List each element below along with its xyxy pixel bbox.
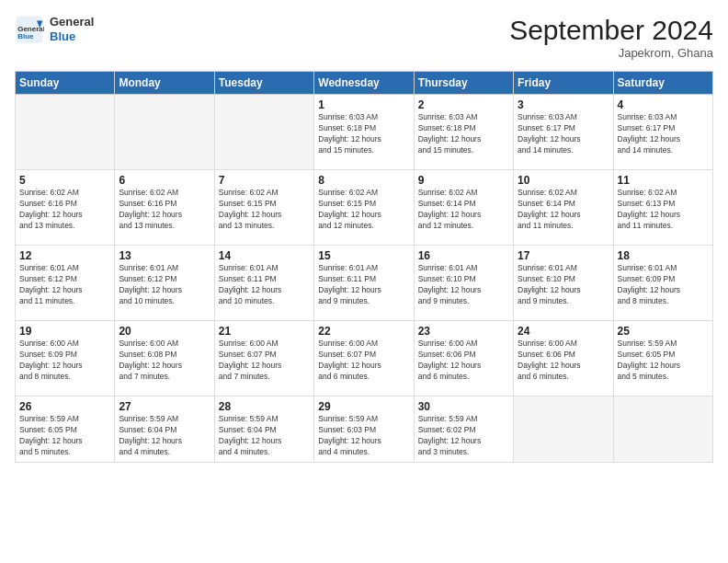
day-info-line: Sunset: 6:14 PM bbox=[418, 199, 476, 208]
table-row: 25Sunrise: 5:59 AMSunset: 6:05 PMDayligh… bbox=[613, 321, 712, 396]
day-info-line: Sunset: 6:05 PM bbox=[19, 425, 77, 434]
day-info-line: Sunrise: 6:00 AM bbox=[318, 339, 378, 348]
day-number: 6 bbox=[119, 174, 210, 187]
day-info: Sunrise: 6:02 AMSunset: 6:16 PMDaylight:… bbox=[119, 188, 210, 232]
day-info: Sunrise: 5:59 AMSunset: 6:05 PMDaylight:… bbox=[19, 414, 110, 458]
table-row bbox=[115, 95, 214, 170]
table-row: 13Sunrise: 6:01 AMSunset: 6:12 PMDayligh… bbox=[115, 246, 214, 321]
day-number: 8 bbox=[318, 174, 409, 187]
svg-text:Blue: Blue bbox=[17, 32, 34, 40]
day-info-line: Sunset: 6:14 PM bbox=[518, 199, 575, 208]
day-number: 4 bbox=[618, 98, 709, 111]
table-row bbox=[16, 95, 115, 170]
day-info-line: Daylight: 12 hours bbox=[19, 436, 83, 445]
day-info-line: and 14 minutes. bbox=[618, 145, 673, 155]
day-info-line: and 7 minutes. bbox=[219, 372, 270, 381]
header-monday: Monday bbox=[115, 72, 214, 95]
day-info-line: Sunrise: 6:03 AM bbox=[518, 112, 577, 121]
day-info-line: Daylight: 12 hours bbox=[19, 285, 83, 294]
day-info-line: and 4 minutes. bbox=[318, 447, 370, 456]
day-info-line: Sunset: 6:16 PM bbox=[19, 199, 77, 208]
day-info-line: Sunrise: 6:01 AM bbox=[19, 263, 79, 272]
day-info-line: Daylight: 12 hours bbox=[618, 361, 681, 370]
day-info-line: and 9 minutes. bbox=[418, 296, 470, 305]
table-row: 11Sunrise: 6:02 AMSunset: 6:13 PMDayligh… bbox=[613, 170, 712, 246]
day-number: 28 bbox=[219, 400, 310, 413]
day-info-line: Sunset: 6:07 PM bbox=[219, 350, 277, 359]
table-row: 1Sunrise: 6:03 AMSunset: 6:18 PMDaylight… bbox=[314, 95, 414, 170]
day-info-line: and 6 minutes. bbox=[318, 372, 370, 381]
weekday-header-row: Sunday Monday Tuesday Wednesday Thursday… bbox=[16, 72, 713, 95]
day-info-line: and 13 minutes. bbox=[19, 221, 74, 230]
day-info-line: Sunset: 6:12 PM bbox=[19, 274, 77, 283]
logo: General Blue General Blue bbox=[15, 15, 94, 44]
day-number: 18 bbox=[618, 249, 709, 262]
day-number: 2 bbox=[418, 98, 509, 111]
logo-blue: Blue bbox=[50, 29, 94, 44]
day-info-line: Sunrise: 5:59 AM bbox=[618, 339, 677, 348]
day-info-line: Sunrise: 6:00 AM bbox=[418, 339, 478, 348]
day-info: Sunrise: 6:03 AMSunset: 6:18 PMDaylight:… bbox=[418, 112, 509, 156]
day-info-line: and 13 minutes. bbox=[219, 221, 274, 230]
day-info: Sunrise: 6:01 AMSunset: 6:12 PMDaylight:… bbox=[119, 263, 210, 307]
day-info-line: and 14 minutes. bbox=[518, 145, 573, 155]
day-info-line: Sunrise: 6:03 AM bbox=[418, 112, 478, 121]
day-info: Sunrise: 6:03 AMSunset: 6:17 PMDaylight:… bbox=[618, 112, 709, 156]
day-info: Sunrise: 6:02 AMSunset: 6:14 PMDaylight:… bbox=[418, 188, 509, 232]
day-info-line: and 6 minutes. bbox=[518, 372, 569, 381]
day-info-line: Daylight: 12 hours bbox=[219, 210, 282, 219]
day-info-line: and 4 minutes. bbox=[119, 447, 170, 456]
day-info-line: Daylight: 12 hours bbox=[219, 436, 282, 445]
day-info-line: Sunset: 6:07 PM bbox=[318, 350, 376, 359]
day-info-line: and 12 minutes. bbox=[418, 221, 473, 230]
header-sunday: Sunday bbox=[16, 72, 115, 95]
day-info-line: Daylight: 12 hours bbox=[318, 285, 381, 294]
header-tuesday: Tuesday bbox=[214, 72, 313, 95]
table-row: 9Sunrise: 6:02 AMSunset: 6:14 PMDaylight… bbox=[414, 170, 513, 246]
day-info-line: Sunrise: 6:01 AM bbox=[618, 263, 677, 272]
day-number: 26 bbox=[19, 400, 110, 413]
table-row: 30Sunrise: 5:59 AMSunset: 6:02 PMDayligh… bbox=[414, 396, 513, 463]
table-row: 5Sunrise: 6:02 AMSunset: 6:16 PMDaylight… bbox=[16, 170, 115, 246]
day-number: 3 bbox=[518, 98, 609, 111]
day-info-line: Daylight: 12 hours bbox=[418, 285, 482, 294]
day-number: 27 bbox=[119, 400, 210, 413]
table-row: 2Sunrise: 6:03 AMSunset: 6:18 PMDaylight… bbox=[414, 95, 513, 170]
day-info-line: and 11 minutes. bbox=[518, 221, 573, 230]
day-info-line: Daylight: 12 hours bbox=[119, 285, 182, 294]
calendar-row: 19Sunrise: 6:00 AMSunset: 6:09 PMDayligh… bbox=[16, 321, 713, 396]
day-info-line: and 12 minutes. bbox=[318, 221, 373, 230]
day-info-line: Sunrise: 6:02 AM bbox=[418, 188, 478, 197]
day-info-line: Daylight: 12 hours bbox=[418, 210, 482, 219]
table-row bbox=[613, 396, 712, 463]
day-info: Sunrise: 6:02 AMSunset: 6:13 PMDaylight:… bbox=[618, 188, 709, 232]
day-info-line: Sunset: 6:17 PM bbox=[618, 123, 676, 132]
day-info: Sunrise: 6:02 AMSunset: 6:15 PMDaylight:… bbox=[318, 188, 409, 232]
calendar-row: 5Sunrise: 6:02 AMSunset: 6:16 PMDaylight… bbox=[16, 170, 713, 246]
day-info-line: Sunset: 6:15 PM bbox=[318, 199, 376, 208]
day-info: Sunrise: 6:02 AMSunset: 6:14 PMDaylight:… bbox=[518, 188, 609, 232]
day-info-line: Sunrise: 6:00 AM bbox=[518, 339, 577, 348]
day-info: Sunrise: 6:00 AMSunset: 6:06 PMDaylight:… bbox=[418, 339, 509, 383]
table-row: 8Sunrise: 6:02 AMSunset: 6:15 PMDaylight… bbox=[314, 170, 414, 246]
day-info-line: Daylight: 12 hours bbox=[618, 210, 681, 219]
day-info-line: Daylight: 12 hours bbox=[318, 436, 381, 445]
day-info: Sunrise: 5:59 AMSunset: 6:02 PMDaylight:… bbox=[418, 414, 509, 458]
day-number: 11 bbox=[618, 174, 709, 187]
table-row: 27Sunrise: 5:59 AMSunset: 6:04 PMDayligh… bbox=[115, 396, 214, 463]
day-info-line: Sunset: 6:11 PM bbox=[219, 274, 277, 283]
day-info-line: Daylight: 12 hours bbox=[518, 210, 581, 219]
table-row: 20Sunrise: 6:00 AMSunset: 6:08 PMDayligh… bbox=[115, 321, 214, 396]
day-number: 25 bbox=[618, 325, 709, 338]
day-info-line: Sunset: 6:09 PM bbox=[19, 350, 77, 359]
location: Japekrom, Ghana bbox=[509, 46, 713, 60]
day-number: 9 bbox=[418, 174, 509, 187]
day-info-line: Daylight: 12 hours bbox=[418, 361, 482, 370]
day-info-line: Sunrise: 5:59 AM bbox=[19, 414, 79, 423]
table-row bbox=[514, 396, 613, 463]
day-info: Sunrise: 6:03 AMSunset: 6:18 PMDaylight:… bbox=[318, 112, 409, 156]
day-number: 10 bbox=[518, 174, 609, 187]
day-info-line: Sunset: 6:06 PM bbox=[518, 350, 575, 359]
day-info-line: Daylight: 12 hours bbox=[518, 361, 581, 370]
day-number: 12 bbox=[19, 249, 110, 262]
